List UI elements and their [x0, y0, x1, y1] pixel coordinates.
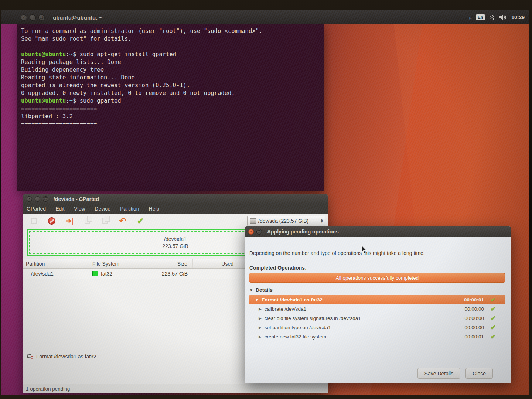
- pending-operation-label: Format /dev/sda1 as fat32: [36, 354, 96, 359]
- terminal-line: ======================: [21, 105, 320, 113]
- terminal-command: sudo apt-get install gparted: [80, 51, 176, 58]
- device-selector-value: /dev/sda (223.57 GiB): [258, 218, 308, 224]
- cell-partition: /dev/sda1: [23, 271, 89, 277]
- gparted-titlebar[interactable]: ✕ — ❐ /dev/sda - GParted: [23, 194, 328, 204]
- close-icon[interactable]: ✕: [21, 14, 27, 21]
- header-size[interactable]: Size: [137, 259, 193, 268]
- menu-device[interactable]: Device: [95, 206, 110, 212]
- prompt-path: ~: [69, 51, 73, 58]
- gparted-statusbar: 1 operation pending: [23, 384, 328, 393]
- header-file-system[interactable]: File System: [89, 259, 137, 268]
- copy-icon: [83, 216, 92, 225]
- completed-operations-label: Completed Operations:: [249, 265, 307, 271]
- detail-row[interactable]: ▶ set partition type on /dev/sda1 00:00:…: [249, 323, 505, 332]
- close-icon[interactable]: ✕: [27, 196, 32, 202]
- menu-help[interactable]: Help: [149, 206, 160, 212]
- progress-bar: All operations successfully completed: [249, 273, 505, 283]
- fat32-color-swatch: [92, 271, 98, 276]
- terminal-line: Building dependency tree: [21, 66, 320, 74]
- format-operation-icon: [27, 354, 33, 359]
- success-check-icon: ✔: [491, 314, 496, 322]
- close-button[interactable]: Close: [466, 368, 493, 379]
- desktop: ✕ — ❐ ubuntu@ubuntu: ~ ↑↓ En 10:29 To ru…: [1, 10, 529, 395]
- network-indicator-icon[interactable]: ↑↓: [468, 15, 471, 20]
- close-icon[interactable]: ✕: [248, 229, 254, 235]
- prompt-user: ubuntu@ubuntu: [21, 51, 66, 58]
- device-selector[interactable]: /dev/sda (223.57 GiB) ▲▼: [247, 216, 325, 226]
- chevron-right-icon[interactable]: ▶: [259, 325, 262, 330]
- top-panel: ✕ — ❐ ubuntu@ubuntu: ~ ↑↓ En 10:29: [1, 10, 529, 24]
- menu-view[interactable]: View: [74, 206, 85, 212]
- partition-size: 223.57 GiB: [162, 243, 188, 250]
- maximize-icon[interactable]: ❐: [43, 196, 48, 202]
- header-partition[interactable]: Partition: [23, 259, 89, 268]
- resize-move-icon[interactable]: ➜|: [65, 216, 74, 225]
- mouse-cursor: [361, 245, 368, 255]
- prompt-user: ubuntu@ubuntu: [21, 98, 66, 104]
- details-expander[interactable]: ▼ Details: [249, 287, 273, 293]
- prompt-path: ~: [69, 98, 73, 104]
- progress-text: All operations successfully completed: [336, 275, 419, 281]
- bluetooth-icon[interactable]: [490, 14, 494, 21]
- dialog-titlebar[interactable]: ✕ ❐ Applying pending operations: [245, 226, 511, 237]
- terminal-cursor: [21, 128, 320, 136]
- minimize-icon[interactable]: —: [30, 14, 36, 21]
- chevron-down-icon: ▼: [249, 288, 253, 292]
- save-details-button[interactable]: Save Details: [417, 368, 461, 379]
- operation-time: 00:00:00: [464, 316, 484, 321]
- detail-row[interactable]: ▶ calibrate /dev/sda1 00:00:00 ✔: [249, 304, 505, 314]
- header-used[interactable]: Used: [193, 259, 239, 268]
- terminal-line: [21, 43, 320, 51]
- terminal-prompt-line: ubuntu@ubuntu:~$ sudo apt-get install gp…: [21, 51, 320, 58]
- detail-row[interactable]: ▼ Format /dev/sda1 as fat32 00:00:01 ✔: [249, 295, 505, 304]
- operation-time: 00:00:00: [464, 325, 484, 330]
- apply-icon[interactable]: ✔: [136, 216, 145, 225]
- terminal-window[interactable]: To run a command as administrator (user …: [17, 24, 324, 191]
- gparted-window-title: /dev/sda - GParted: [54, 196, 99, 202]
- terminal-line: To run a command as administrator (user …: [21, 27, 320, 35]
- chevron-down-icon[interactable]: ▼: [255, 298, 259, 302]
- volume-icon[interactable]: [499, 14, 507, 20]
- menu-gparted[interactable]: GParted: [27, 206, 46, 212]
- detail-row[interactable]: ▶ create new fat32 file system 00:00:01 …: [249, 332, 505, 341]
- terminal-line: Reading package lists... Done: [21, 58, 320, 66]
- new-partition-icon: [30, 216, 38, 225]
- detail-row[interactable]: ▶ clear old file system signatures in /d…: [249, 314, 505, 323]
- terminal-command: sudo gparted: [80, 98, 121, 104]
- paste-icon: [100, 216, 109, 225]
- menu-partition[interactable]: Partition: [120, 206, 139, 212]
- maximize-icon[interactable]: ❐: [256, 229, 262, 235]
- maximize-icon[interactable]: ❐: [38, 14, 45, 21]
- monitor-photo: ✕ — ❐ ubuntu@ubuntu: ~ ↑↓ En 10:29 To ru…: [0, 0, 532, 399]
- terminal-line: gparted is already the newest version (0…: [21, 82, 320, 89]
- gparted-menubar: GParted Edit View Device Partition Help: [23, 204, 328, 214]
- terminal-line: ======================: [21, 120, 320, 128]
- disk-icon: [250, 218, 256, 224]
- success-check-icon: ✔: [491, 324, 496, 331]
- operation-time: 00:00:01: [464, 334, 484, 340]
- stepper-arrows-icon[interactable]: ▲▼: [320, 219, 323, 223]
- cell-used: —: [193, 271, 239, 277]
- keyboard-layout-indicator[interactable]: En: [476, 14, 485, 20]
- delete-partition-icon[interactable]: [47, 216, 56, 225]
- clock-indicator[interactable]: 10:29: [511, 14, 525, 20]
- terminal-window-buttons: ✕ — ❐: [21, 14, 45, 21]
- minimize-icon[interactable]: —: [35, 196, 40, 202]
- details-list: ▼ Format /dev/sda1 as fat32 00:00:01 ✔ ▶…: [249, 295, 505, 341]
- terminal-line: Reading state information... Done: [21, 74, 320, 82]
- panel-indicators: ↑↓ En 10:29: [468, 14, 525, 21]
- success-check-icon: ✔: [491, 296, 496, 304]
- partition-name: /dev/sda1: [164, 236, 187, 243]
- undo-icon[interactable]: ↶: [118, 216, 127, 225]
- chevron-right-icon[interactable]: ▶: [259, 316, 262, 320]
- cell-size: 223.57 GiB: [137, 271, 193, 277]
- gparted-toolbar: ➜| ↶ ✔ /dev/sda (223.57 GiB) ▲▼: [23, 214, 328, 228]
- terminal-window-title: ubuntu@ubuntu: ~: [53, 14, 102, 21]
- terminal-prompt-line: ubuntu@ubuntu:~$ sudo gparted: [21, 97, 320, 105]
- menu-edit[interactable]: Edit: [55, 206, 64, 212]
- chevron-right-icon[interactable]: ▶: [259, 307, 262, 311]
- terminal-line: See "man sudo_root" for details.: [21, 35, 320, 43]
- terminal-line: 0 upgraded, 0 newly installed, 0 to remo…: [21, 89, 320, 97]
- applying-operations-dialog: ✕ ❐ Applying pending operations Dependin…: [245, 226, 511, 383]
- chevron-right-icon[interactable]: ▶: [259, 335, 262, 339]
